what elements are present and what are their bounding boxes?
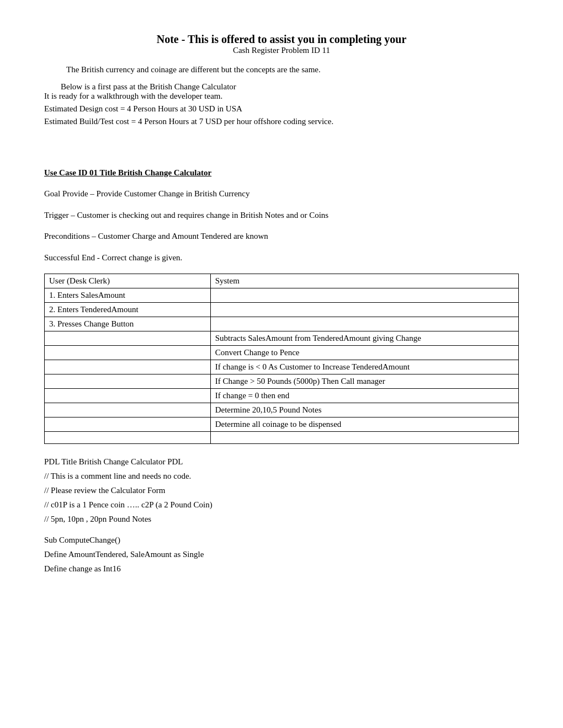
table-cell-system-8: If change = 0 then end [210, 389, 518, 403]
table-cell-system-1 [210, 288, 518, 303]
intro-line4: Estimated Design cost = 4 Person Hours a… [44, 104, 519, 114]
table-cell-user-8 [45, 389, 211, 403]
pdl-comment-1: // Please review the Calculator Form [44, 484, 519, 497]
intro-line2: Below is a first pass at the British Cha… [61, 82, 519, 92]
table-header-user: User (Desk Clerk) [45, 274, 211, 288]
use-case-table: User (Desk Clerk) System 1. Enters Sales… [44, 274, 519, 444]
table-row: Determine 20,10,5 Pound Notes [45, 403, 519, 417]
table-header-row: User (Desk Clerk) System [45, 274, 519, 288]
table-cell-user-10 [45, 417, 211, 432]
table-cell-user-5 [45, 346, 211, 360]
table-cell-user-7 [45, 374, 211, 389]
table-row: If change = 0 then end [45, 389, 519, 403]
table-row: If Change > 50 Pounds (5000p) Then Call … [45, 374, 519, 389]
pdl-comment-3: // 5pn, 10pn , 20pn Pound Notes [44, 512, 519, 526]
table-cell-system-3 [210, 317, 518, 331]
table-row: Subtracts SalesAmount from TenderedAmoun… [45, 331, 519, 346]
table-cell-system-6: If change is < 0 As Customer to Increase… [210, 360, 518, 374]
table-cell-user-9 [45, 403, 211, 417]
intro-block: Below is a first pass at the British Cha… [44, 82, 519, 126]
pdl-comment-2: // c01P is a 1 Pence coin ….. c2P (a 2 P… [44, 498, 519, 511]
table-row: 3. Presses Change Button [45, 317, 519, 331]
use-case-trigger: Trigger – Customer is checking out and r… [44, 209, 519, 222]
table-cell-user-2: 2. Enters TenderedAmount [45, 303, 211, 317]
pdl-code-0: Sub ComputeChange() [44, 533, 519, 547]
table-row: 1. Enters SalesAmount [45, 288, 519, 303]
table-row: If change is < 0 As Customer to Increase… [45, 360, 519, 374]
table-cell-user-3: 3. Presses Change Button [45, 317, 211, 331]
table-row: Convert Change to Pence [45, 346, 519, 360]
header-section: Note - This is offered to assist you in … [44, 33, 519, 55]
pdl-section: PDL Title British Change Calculator PDL … [44, 455, 519, 575]
table-row-empty [45, 432, 519, 444]
table-cell-system-11 [210, 432, 518, 444]
use-case-preconditions: Preconditions – Customer Charge and Amou… [44, 230, 519, 243]
intro-line5: Estimated Build/Test cost = 4 Person Hou… [44, 117, 519, 126]
table-row: 2. Enters TenderedAmount [45, 303, 519, 317]
table-cell-user-6 [45, 360, 211, 374]
table-cell-system-5: Convert Change to Pence [210, 346, 518, 360]
table-cell-system-7: If Change > 50 Pounds (5000p) Then Call … [210, 374, 518, 389]
table-cell-user-1: 1. Enters SalesAmount [45, 288, 211, 303]
table-cell-system-4: Subtracts SalesAmount from TenderedAmoun… [210, 331, 518, 346]
use-case-successful-end: Successful End - Correct change is given… [44, 251, 519, 264]
use-case-section: Use Case ID 01 Title British Change Calc… [44, 168, 519, 264]
table-cell-system-9: Determine 20,10,5 Pound Notes [210, 403, 518, 417]
intro-line3: It is ready for a walkthrough with the d… [44, 92, 519, 101]
use-case-title: Use Case ID 01 Title British Change Calc… [44, 168, 519, 178]
header-title: Note - This is offered to assist you in … [44, 33, 519, 46]
table-cell-user-4 [45, 331, 211, 346]
pdl-title: PDL Title British Change Calculator PDL [44, 455, 519, 468]
header-subtitle: Cash Register Problem ID 11 [44, 46, 519, 55]
pdl-code-2: Define change as Int16 [44, 562, 519, 575]
pdl-comment-0: // This is a comment line and needs no c… [44, 469, 519, 483]
table-cell-system-2 [210, 303, 518, 317]
table-cell-system-10: Determine all coinage to be dispensed [210, 417, 518, 432]
pdl-code-1: Define AmountTendered, SaleAmount as Sin… [44, 548, 519, 561]
table-row: Determine all coinage to be dispensed [45, 417, 519, 432]
table-header-system: System [210, 274, 518, 288]
table-cell-user-11 [45, 432, 211, 444]
use-case-goal: Goal Provide – Provide Customer Change i… [44, 188, 519, 200]
intro-line1: The British currency and coinage are dif… [66, 65, 519, 74]
